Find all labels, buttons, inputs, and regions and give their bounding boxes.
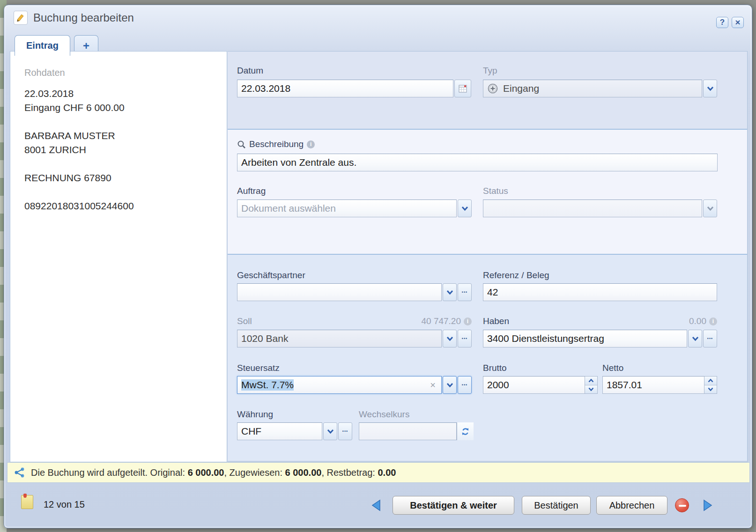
info-icon: i (709, 318, 717, 325)
haben-label-row: Haben 0.00 i (483, 316, 717, 326)
chevron-down-icon (446, 383, 453, 388)
soll-value[interactable]: 1020 Bank (237, 330, 442, 347)
ellipsis-icon: ••• (462, 336, 467, 341)
referenz-input[interactable] (483, 283, 717, 301)
calendar-icon (458, 84, 467, 93)
beschreibung-label-row: Beschreibung i (237, 139, 315, 149)
tab-eintrag[interactable]: Eintrag (15, 35, 70, 56)
rohdaten-label: Rohdaten (24, 67, 227, 78)
note-icon[interactable] (21, 495, 33, 509)
auftrag-dropdown-button[interactable] (458, 200, 472, 217)
raw-line (24, 157, 227, 171)
haben-amount: 0.00 (689, 316, 706, 326)
chevron-down-icon (327, 429, 334, 434)
chevron-down-icon (461, 206, 468, 211)
datum-field (237, 80, 471, 97)
typ-dropdown[interactable]: Eingang (483, 80, 717, 97)
chevron-down-icon (588, 387, 594, 391)
confirm-button[interactable]: Bestätigen (522, 496, 591, 515)
ellipsis-icon: ••• (462, 290, 467, 295)
stepper-up-button[interactable] (704, 377, 717, 385)
typ-value: Eingang (483, 80, 702, 97)
clear-icon[interactable]: × (430, 380, 437, 391)
beschreibung-input[interactable] (237, 154, 718, 171)
chevron-down-icon (446, 290, 453, 295)
split-info-bar: Die Buchung wird aufgeteilt. Original: 6… (7, 462, 750, 483)
typ-label: Typ (483, 66, 497, 76)
referenz-field (483, 283, 717, 301)
geschaeftspartner-dropdown-button[interactable] (443, 283, 457, 301)
info-icon: i (464, 318, 472, 325)
geschaeftspartner-label: Geschäftspartner (237, 270, 305, 281)
calendar-button[interactable] (454, 80, 471, 97)
section-beschreibung: Beschreibung i Auftrag Dokument auswähle… (228, 130, 747, 255)
ellipsis-icon: ••• (342, 429, 348, 434)
soll-label: Soll (237, 316, 252, 326)
form-panel: Datum Typ Eingang Be (228, 51, 748, 462)
stepper-down-button[interactable] (704, 385, 717, 394)
status-dropdown-button[interactable] (703, 200, 717, 217)
help-button[interactable]: ? (716, 17, 728, 28)
chevron-down-icon (707, 206, 714, 211)
haben-value[interactable]: 3400 Dienstleistungsertrag (483, 330, 687, 347)
wechselkurs-field (359, 422, 474, 440)
stepper-down-button[interactable] (585, 385, 597, 394)
chevron-down-icon (708, 387, 713, 391)
haben-combobox: 3400 Dienstleistungsertrag ••• (483, 330, 717, 347)
soll-label-row: Soll 40 747.20 i (237, 316, 472, 326)
next-entry-button[interactable] (703, 499, 713, 511)
soll-dropdown-button[interactable] (443, 330, 457, 347)
soll-combobox: 1020 Bank ••• (237, 330, 472, 347)
soll-amount: 40 747.20 (421, 316, 461, 326)
previous-entry-button[interactable] (371, 499, 381, 511)
stepper-up-button[interactable] (585, 377, 597, 385)
confirm-and-next-button[interactable]: Bestätigen & weiter (393, 496, 514, 515)
netto-input[interactable] (602, 376, 704, 394)
netto-label: Netto (602, 363, 623, 373)
waehrung-value[interactable]: CHF (237, 422, 322, 440)
datum-input[interactable] (237, 80, 453, 97)
haben-browse-button[interactable]: ••• (703, 330, 717, 347)
cancel-button[interactable]: Abbrechen (596, 496, 667, 515)
split-icon (14, 467, 25, 478)
section-datum-typ: Datum Typ Eingang (228, 52, 747, 130)
brutto-label: Brutto (483, 363, 507, 373)
referenz-label: Referenz / Beleg (483, 270, 549, 281)
status-dropdown[interactable] (483, 200, 717, 217)
raw-line: Eingang CHF 6 000.00 (24, 101, 227, 115)
auftrag-placeholder: Dokument auswählen (237, 200, 457, 217)
raw-line (24, 115, 227, 129)
chevron-down-icon (692, 336, 699, 341)
datum-label: Datum (237, 66, 263, 76)
beschreibung-label: Beschreibung (249, 139, 304, 149)
haben-dropdown-button[interactable] (688, 330, 702, 347)
steuersatz-combobox: MwSt. 7.7% × ••• (237, 376, 472, 394)
brutto-input[interactable] (483, 376, 585, 394)
steuersatz-input[interactable]: MwSt. 7.7% × (237, 376, 442, 394)
pager-text: 12 von 15 (44, 499, 85, 510)
dialog-footer: 12 von 15 Bestätigen & weiter Bestätigen… (4, 483, 752, 528)
raw-line: 22.03.2018 (24, 87, 227, 101)
close-button[interactable]: × (732, 17, 744, 28)
raw-line: BARBARA MUSTER (24, 129, 227, 143)
status-value (483, 200, 702, 217)
raw-line: 8001 ZURICH (24, 143, 227, 157)
status-label: Status (483, 186, 508, 196)
geschaeftspartner-input[interactable] (237, 283, 442, 301)
geschaeftspartner-browse-button[interactable]: ••• (458, 283, 472, 301)
waehrung-dropdown-button[interactable] (323, 422, 337, 440)
waehrung-browse-button[interactable]: ••• (338, 422, 352, 440)
raw-line (24, 185, 227, 199)
wechselkurs-refresh-button[interactable] (457, 422, 474, 440)
search-icon (237, 140, 246, 149)
auftrag-dropdown[interactable]: Dokument auswählen (237, 200, 472, 217)
steuersatz-browse-button[interactable]: ••• (458, 376, 472, 394)
typ-dropdown-button[interactable] (703, 80, 717, 97)
auftrag-label: Auftrag (237, 186, 266, 196)
soll-browse-button[interactable]: ••• (458, 330, 472, 347)
remove-entry-button[interactable] (675, 498, 689, 512)
steuersatz-dropdown-button[interactable] (443, 376, 457, 394)
waehrung-label: Währung (237, 409, 273, 420)
chevron-down-icon (707, 86, 714, 91)
wechselkurs-input[interactable] (359, 422, 457, 440)
